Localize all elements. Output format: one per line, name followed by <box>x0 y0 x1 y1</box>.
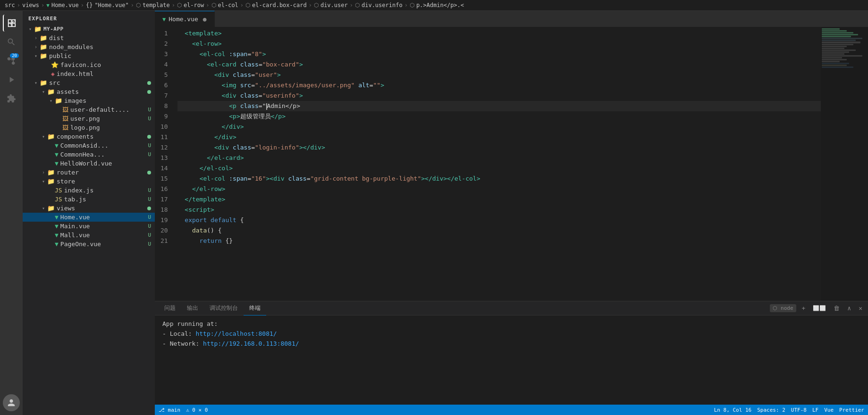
code-line-20: data() { <box>177 225 821 236</box>
trash-terminal-button[interactable]: 🗑 <box>832 304 842 313</box>
bc-homevue-obj[interactable]: "Home.vue" <box>94 2 128 8</box>
tree-item-my-app[interactable]: ▾ 📁 MY-APP <box>23 25 155 33</box>
code-line-3: <el-col :span="8"> <box>177 49 821 59</box>
bc-el-col[interactable]: el-col <box>218 2 238 8</box>
git-branch[interactable]: ⎇ main <box>159 407 180 413</box>
source-control-activity-icon[interactable]: 20 <box>3 52 20 69</box>
code-line-10: </div> <box>177 122 821 132</box>
panel-actions: ⬡ node + ⬜⬜ 🗑 ∧ ✕ <box>770 304 864 313</box>
node-label: ⬡ node <box>770 304 796 312</box>
tab-problems[interactable]: 问题 <box>159 301 181 315</box>
minimap <box>821 27 868 301</box>
tab-debug-console[interactable]: 调试控制台 <box>204 301 244 315</box>
code-line-7: <div class="userinfo"> <box>177 91 821 101</box>
code-line-14: </el-col> <box>177 163 821 174</box>
tree-item-views[interactable]: ▾ 📁 views <box>23 204 155 213</box>
tree-item-index-js[interactable]: › JS index.js U <box>23 186 155 195</box>
chevron-up-button[interactable]: ∧ <box>845 304 853 313</box>
tree-item-tab-js[interactable]: › JS tab.js U <box>23 195 155 204</box>
code-line-12: <div class="login-info"></div> <box>177 142 821 153</box>
terminal-line-1: App running at: <box>162 319 860 329</box>
terminal-line-2: - Local: http://localhost:8081/ <box>162 329 860 339</box>
code-line-16: </el-row> <box>177 184 821 194</box>
code-line-18: <script> <box>177 205 821 215</box>
code-line-19: export default { <box>177 215 821 225</box>
language-indicator[interactable]: Vue <box>824 407 834 413</box>
bc-template[interactable]: template <box>143 2 170 8</box>
tree-item-public[interactable]: ▾ 📁 public <box>23 51 155 60</box>
tree-item-node-modules[interactable]: › 📁 node_modules <box>23 42 155 51</box>
tree-item-user-png[interactable]: › 🖼 user.png U <box>23 114 155 123</box>
tree-item-logo-png[interactable]: › 🖼 logo.png <box>23 123 155 132</box>
tree-item-CommonHea[interactable]: › ▼ CommonHea... U <box>23 150 155 159</box>
code-line-8: <p class="Admin</p> <box>177 101 821 111</box>
tree-item-dist[interactable]: › 📁 dist <box>23 33 155 42</box>
local-link[interactable]: http://localhost:8081/ <box>195 330 277 337</box>
code-line-5: <div class="user"> <box>177 70 821 80</box>
cursor-position[interactable]: Ln 8, Col 16 <box>714 407 751 413</box>
bc-el-row[interactable]: el-row <box>184 2 204 8</box>
code-line-9: <p>超级管理员</p> <box>177 111 821 122</box>
formatter-indicator[interactable]: Prettier <box>839 407 864 413</box>
encoding-indicator[interactable]: UTF-8 <box>791 407 807 413</box>
code-lines: <template> <el-row> <el-col :span="8"> <… <box>176 27 821 301</box>
bc-src[interactable]: src <box>5 2 15 8</box>
tab-home-vue[interactable]: ▼ Home.vue ● <box>155 11 215 27</box>
line-numbers: 12345 678910 1112131415 1617181920 21 <box>155 27 176 301</box>
tree-item-CommonAsid[interactable]: › ▼ CommonAsid... U <box>23 141 155 150</box>
tab-terminal[interactable]: 终端 <box>244 301 266 315</box>
bc-homevue[interactable]: Home.vue <box>51 2 79 8</box>
network-link[interactable]: http://192.168.0.113:8081/ <box>203 340 299 347</box>
terminal-content[interactable]: App running at: - Local: http://localhos… <box>155 315 868 405</box>
code-line-13: </el-card> <box>177 153 821 163</box>
spaces-indicator[interactable]: Spaces: 2 <box>757 407 785 413</box>
tree-item-src[interactable]: ▾ 📁 src <box>23 78 155 87</box>
tree-item-index-html[interactable]: › ◈ index.html <box>23 69 155 78</box>
tree-item-favicon[interactable]: › ⭐ favicon.ico <box>23 60 155 69</box>
tree-item-HelloWorld[interactable]: › ▼ HelloWorld.vue <box>23 159 155 168</box>
code-line-6: <img src="../assets/images/user.png" alt… <box>177 80 821 91</box>
bc-div-userinfo[interactable]: div.userinfo <box>362 2 403 8</box>
user-avatar[interactable] <box>3 394 20 411</box>
bc-views[interactable]: views <box>22 2 39 8</box>
breadcrumb-bar: src › views › ▼ Home.vue › {} "Home.vue"… <box>0 0 868 11</box>
code-line-11: </div> <box>177 132 821 142</box>
panel: 问题 输出 调试控制台 终端 ⬡ node + ⬜⬜ 🗑 ∧ ✕ App run… <box>155 301 868 405</box>
bc-div-user[interactable]: div.user <box>320 2 348 8</box>
tree-item-components[interactable]: ▾ 📁 components <box>23 132 155 141</box>
explorer-icon[interactable] <box>3 15 20 32</box>
tree-item-PageOne-vue[interactable]: › ▼ PageOne.vue U <box>23 240 155 249</box>
code-line-1: <template> <box>177 28 821 39</box>
code-line-17: </template> <box>177 194 821 205</box>
tree-item-Main-vue[interactable]: › ▼ Main.vue U <box>23 222 155 231</box>
run-activity-icon[interactable] <box>3 71 20 88</box>
bc-p-admin[interactable]: p.>Admin</p>.< <box>416 2 464 8</box>
split-terminal-button[interactable]: ⬜⬜ <box>811 304 828 312</box>
close-panel-button[interactable]: ✕ <box>857 304 864 313</box>
activity-bar: 20 <box>0 11 23 415</box>
sidebar: EXPLORER ▾ 📁 MY-APP › 📁 dist › 📁 node_mo… <box>23 11 155 415</box>
tree-item-store[interactable]: ▾ 📁 store <box>23 177 155 186</box>
line-ending-indicator[interactable]: LF <box>812 407 818 413</box>
editor-area: ▼ Home.vue ● 12345 678910 1112131415 161… <box>155 11 868 415</box>
code-line-15: <el-col :span="16"><div class="grid-cont… <box>177 174 821 184</box>
search-activity-icon[interactable] <box>3 33 20 50</box>
errors-count[interactable]: ⚠ 0 ✕ 0 <box>186 407 208 413</box>
terminal-line-3: - Network: http://192.168.0.113:8081/ <box>162 339 860 349</box>
editor-tabs: ▼ Home.vue ● <box>155 11 868 27</box>
tab-output[interactable]: 输出 <box>181 301 204 315</box>
bc-el-card[interactable]: el-card.box-card <box>252 2 307 8</box>
code-editor[interactable]: 12345 678910 1112131415 1617181920 21 <t… <box>155 27 821 301</box>
tree-item-user-default[interactable]: › 🖼 user-default.... U <box>23 105 155 114</box>
code-line-2: <el-row> <box>177 39 821 49</box>
file-tree: ▾ 📁 MY-APP › 📁 dist › 📁 node_modules ▾ 📁… <box>23 25 155 415</box>
status-bar: ⎇ main ⚠ 0 ✕ 0 Ln 8, Col 16 Spaces: 2 UT… <box>155 405 868 415</box>
tree-item-router[interactable]: › 📁 router <box>23 168 155 177</box>
extensions-activity-icon[interactable] <box>3 90 20 107</box>
tree-item-assets[interactable]: ▾ 📁 assets <box>23 87 155 96</box>
code-line-4: <el-card class="box-card"> <box>177 59 821 70</box>
tree-item-images[interactable]: ▾ 📁 images <box>23 96 155 105</box>
new-terminal-button[interactable]: + <box>800 304 808 313</box>
tree-item-Mall-vue[interactable]: › ▼ Mall.vue U <box>23 231 155 240</box>
tree-item-Home-vue[interactable]: › ▼ Home.vue U <box>23 213 155 222</box>
